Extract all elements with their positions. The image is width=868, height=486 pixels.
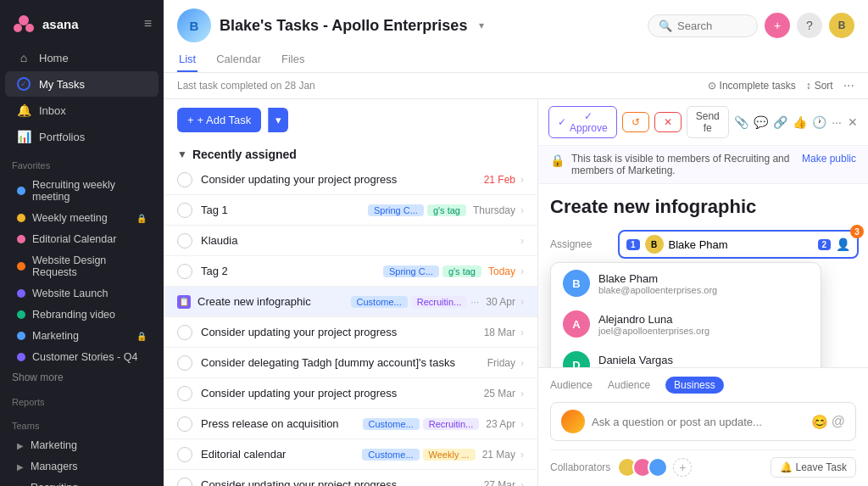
user-avatar-header[interactable]: B xyxy=(829,13,854,38)
tab-files[interactable]: Files xyxy=(280,47,306,72)
sidebar-item-team[interactable]: ▶ Marketing xyxy=(5,435,159,455)
dropdown-person[interactable]: D Daniela Vargas britney@randasana6.info xyxy=(551,344,821,367)
task-check[interactable] xyxy=(177,416,192,432)
sidebar-item-team[interactable]: ▶ Managers xyxy=(5,456,159,477)
sort-button[interactable]: ↕ Sort xyxy=(806,80,833,92)
leave-task-button[interactable]: 🔔 Leave Task xyxy=(771,457,857,478)
more-icon[interactable]: ··· xyxy=(832,110,843,134)
attach-icon[interactable]: 📎 xyxy=(734,110,748,134)
send-button[interactable]: Send fe xyxy=(687,106,729,138)
task-row[interactable]: Tag 2 Spring C...g's tag Today › xyxy=(164,256,537,287)
approve-button[interactable]: ✓ ✓ Approve xyxy=(548,106,617,138)
team-arrow-icon: ▶ xyxy=(17,462,24,472)
sidebar-item-my-tasks[interactable]: ✓ My Tasks xyxy=(5,71,159,97)
reject-button[interactable]: ✕ xyxy=(654,112,682,132)
help-button[interactable]: ? xyxy=(797,13,822,38)
task-expand-icon[interactable]: › xyxy=(520,479,524,487)
section-toggle-icon[interactable]: ▼ xyxy=(177,148,187,160)
sidebar-item-fav[interactable]: Website Design Requests xyxy=(5,250,159,282)
task-check[interactable] xyxy=(177,447,192,462)
show-more-button[interactable]: Show more xyxy=(0,368,164,387)
project-dropdown-icon[interactable]: ▾ xyxy=(479,20,484,31)
task-row[interactable]: Consider updating your project progress … xyxy=(164,165,537,195)
assignee-name-input[interactable] xyxy=(669,238,811,251)
task-expand-icon[interactable]: › xyxy=(520,388,524,399)
task-expand-icon[interactable]: › xyxy=(520,235,524,247)
task-name: Tag 2 xyxy=(201,265,378,277)
sidebar-item-inbox[interactable]: 🔔 Inbox xyxy=(5,98,159,123)
sidebar-item-fav[interactable]: Customer Stories - Q4 xyxy=(5,347,159,367)
task-check[interactable] xyxy=(177,355,192,371)
nav-items: ⌂ Home ✓ My Tasks 🔔 Inbox 📊 Portfolios xyxy=(0,44,164,150)
task-check[interactable] xyxy=(177,478,192,487)
task-check[interactable] xyxy=(177,233,192,249)
tab-audience[interactable]: Audience xyxy=(599,377,659,394)
task-expand-icon[interactable]: › xyxy=(520,296,524,308)
task-expand-icon[interactable]: › xyxy=(520,265,524,277)
task-check[interactable] xyxy=(177,172,192,187)
task-row[interactable]: Editorial calendar Custome...Weekly ... … xyxy=(164,439,537,470)
more-options-icon[interactable]: ··· xyxy=(843,78,854,93)
comment-input[interactable] xyxy=(592,416,804,428)
task-row[interactable]: Consider updating your project progress … xyxy=(164,378,537,409)
task-expand-icon[interactable]: › xyxy=(520,174,524,186)
task-row[interactable]: 📋 Create new infographic Custome...Recru… xyxy=(164,287,537,317)
sidebar-item-portfolios[interactable]: 📊 Portfolios xyxy=(5,124,159,149)
assignee-box[interactable]: 1 B 2 👤 xyxy=(618,230,859,259)
emoji-icon[interactable]: 😊 xyxy=(811,414,828,430)
comment-icon[interactable]: 💬 xyxy=(754,110,768,134)
task-row[interactable]: Consider updating your project progress … xyxy=(164,317,537,348)
person-email: joel@apolloenterprises.org xyxy=(598,326,709,336)
teams-list: ▶ Marketing▶ Managers▶ Recruiting▶ HR▶ E… xyxy=(0,434,164,486)
task-expand-icon[interactable]: › xyxy=(520,204,524,216)
task-check[interactable] xyxy=(177,203,192,218)
sidebar-item-fav[interactable]: Editorial Calendar xyxy=(5,229,159,249)
hamburger-icon[interactable]: ≡ xyxy=(144,16,152,31)
mention-icon[interactable]: @ xyxy=(832,414,845,429)
asana-label: asana xyxy=(42,17,79,31)
fav-label: Customer Stories - Q4 xyxy=(32,351,147,363)
task-check[interactable] xyxy=(177,325,192,340)
sidebar-item-fav[interactable]: Weekly meeting 🔒 xyxy=(5,208,159,228)
task-row[interactable]: Klaudia › xyxy=(164,226,537,256)
dropdown-person[interactable]: B Blake Pham blake@apolloenterprises.org xyxy=(551,263,821,304)
task-row[interactable]: Press release on acquisition Custome...R… xyxy=(164,409,537,439)
add-button[interactable]: + xyxy=(765,13,790,38)
task-row[interactable]: Tag 1 Spring C...g's tag Thursday › xyxy=(164,195,537,226)
tab-calendar[interactable]: Calendar xyxy=(214,47,263,72)
panel-toolbar: ✓ ✓ Approve ↺ ✕ Send fe 📎 💬 🔗 👍 🕐 ··· xyxy=(538,99,868,146)
search-input[interactable] xyxy=(677,20,745,32)
make-public-button[interactable]: Make public xyxy=(802,153,856,165)
task-expand-icon[interactable]: › xyxy=(520,449,524,461)
search-box[interactable]: 🔍 xyxy=(648,14,758,37)
task-date: Today xyxy=(488,265,515,277)
link-icon[interactable]: 🔗 xyxy=(773,110,787,134)
task-expand-icon[interactable]: › xyxy=(520,327,524,338)
task-check[interactable] xyxy=(177,264,192,279)
task-expand-icon[interactable]: › xyxy=(520,418,524,430)
task-check[interactable] xyxy=(177,386,192,401)
sidebar-item-fav[interactable]: Marketing 🔒 xyxy=(5,326,159,346)
sidebar-label-portfolios: Portfolios xyxy=(39,131,85,143)
clock-icon[interactable]: 🕐 xyxy=(812,110,826,134)
task-row[interactable]: Consider updating your project progress … xyxy=(164,470,537,486)
sidebar-item-fav[interactable]: Website Launch xyxy=(5,283,159,304)
avatar-initial: B xyxy=(190,19,199,33)
tab-list[interactable]: List xyxy=(177,47,198,72)
like-icon[interactable]: 👍 xyxy=(793,110,807,134)
close-panel-button[interactable]: ✕ xyxy=(847,110,858,134)
tab-business[interactable]: Business xyxy=(665,377,724,394)
add-collaborator-button[interactable]: + xyxy=(673,458,692,477)
task-expand-icon[interactable]: › xyxy=(520,357,524,369)
sidebar-item-home[interactable]: ⌂ Home xyxy=(5,45,159,70)
sidebar-item-fav[interactable]: Rebranding video xyxy=(5,304,159,325)
incomplete-tasks-filter[interactable]: ⊙ Incomplete tasks xyxy=(708,80,796,92)
add-task-button[interactable]: + + Add Task xyxy=(177,108,261,132)
task-tags: Spring C...g's tag xyxy=(383,265,481,277)
task-row[interactable]: Consider delegating Tadgh [dummy account… xyxy=(164,348,537,378)
add-task-dropdown-button[interactable]: ▾ xyxy=(268,108,288,132)
sidebar-item-team[interactable]: ▶ Recruiting xyxy=(5,478,159,486)
sidebar-item-fav[interactable]: Recruiting weekly meeting xyxy=(5,175,159,207)
orange-action-button[interactable]: ↺ xyxy=(622,112,649,132)
dropdown-person[interactable]: A Alejandro Luna joel@apolloenterprises.… xyxy=(551,304,821,344)
